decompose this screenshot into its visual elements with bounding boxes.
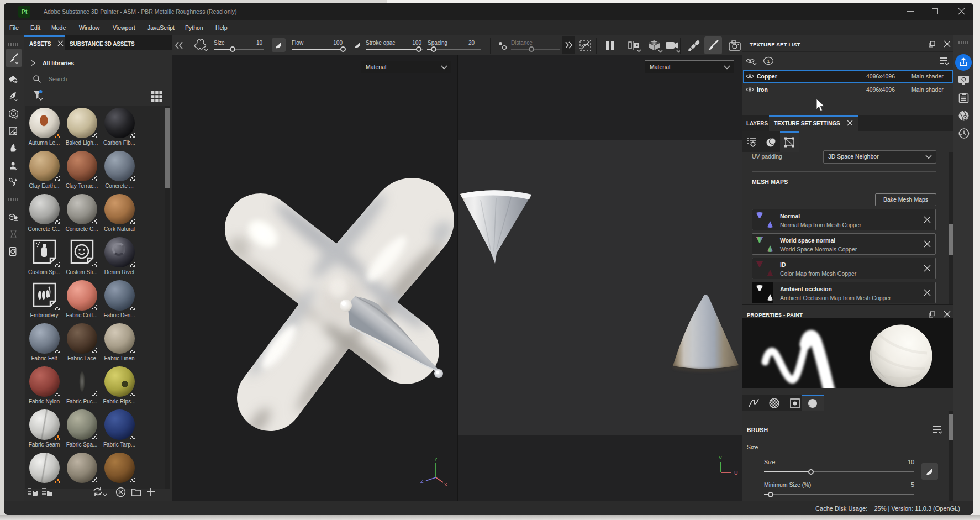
svg-text:V: V (719, 455, 722, 460)
svg-text:Z: Z (420, 479, 424, 484)
svg-text:Y: Y (434, 456, 438, 462)
svg-text:U: U (734, 470, 738, 476)
svg-text:1: 1 (767, 59, 770, 64)
svg-text:X: X (444, 482, 447, 487)
